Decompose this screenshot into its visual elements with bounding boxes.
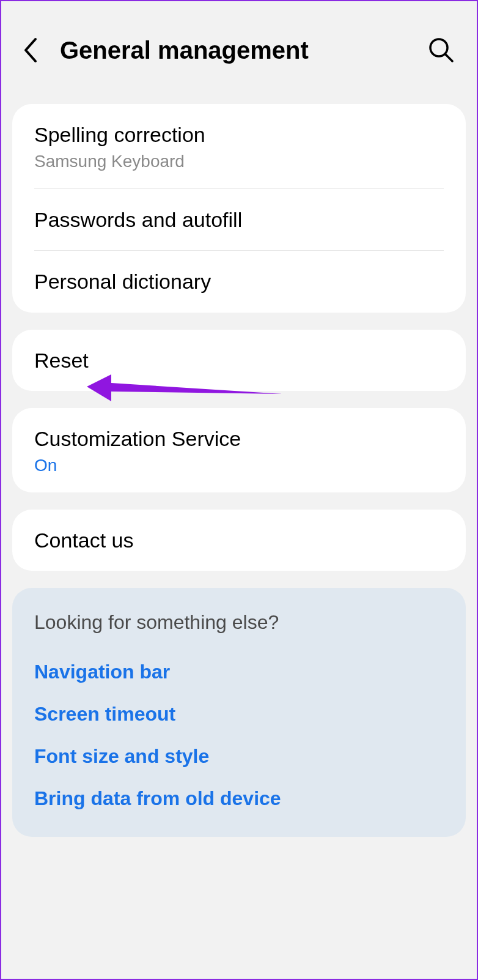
item-title: Spelling correction bbox=[34, 121, 444, 148]
item-title: Reset bbox=[34, 347, 444, 374]
contact-us-item[interactable]: Contact us bbox=[12, 510, 466, 571]
item-subtitle: Samsung Keyboard bbox=[34, 152, 444, 171]
settings-group-4: Contact us bbox=[12, 510, 466, 571]
customization-service-item[interactable]: Customization Service On bbox=[12, 408, 466, 492]
looking-for-card: Looking for something else? Navigation b… bbox=[12, 588, 466, 837]
page-title: General management bbox=[60, 37, 424, 64]
item-title: Customization Service bbox=[34, 425, 444, 452]
reset-item[interactable]: Reset bbox=[12, 330, 466, 391]
search-icon bbox=[428, 37, 455, 64]
settings-group-1: Spelling correction Samsung Keyboard Pas… bbox=[12, 104, 466, 313]
settings-group-3: Customization Service On bbox=[12, 408, 466, 492]
item-title: Contact us bbox=[34, 527, 444, 554]
navigation-bar-link[interactable]: Navigation bar bbox=[34, 651, 444, 693]
item-title: Passwords and autofill bbox=[34, 206, 444, 233]
settings-group-2: Reset bbox=[12, 330, 466, 391]
search-button[interactable] bbox=[424, 33, 458, 67]
spelling-correction-item[interactable]: Spelling correction Samsung Keyboard bbox=[12, 104, 466, 188]
font-size-link[interactable]: Font size and style bbox=[34, 735, 444, 778]
back-button[interactable] bbox=[13, 33, 48, 67]
screen-timeout-link[interactable]: Screen timeout bbox=[34, 693, 444, 735]
item-status: On bbox=[34, 456, 444, 475]
item-title: Personal dictionary bbox=[34, 268, 444, 295]
back-icon bbox=[22, 37, 39, 64]
passwords-autofill-item[interactable]: Passwords and autofill bbox=[12, 189, 466, 250]
personal-dictionary-item[interactable]: Personal dictionary bbox=[12, 251, 466, 312]
footer-title: Looking for something else? bbox=[34, 611, 444, 634]
svg-line-1 bbox=[446, 54, 452, 61]
bring-data-link[interactable]: Bring data from old device bbox=[34, 778, 444, 820]
header: General management bbox=[1, 1, 477, 99]
